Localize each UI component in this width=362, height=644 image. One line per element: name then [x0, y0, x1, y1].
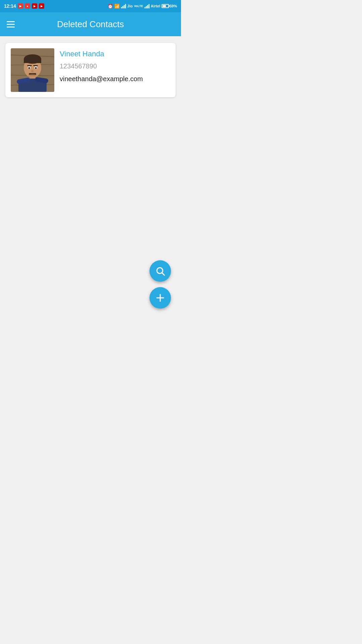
signal-airtel: [144, 4, 149, 8]
app-icon-2: ●: [25, 3, 30, 9]
add-icon: [155, 293, 165, 303]
svg-rect-20: [27, 65, 32, 66]
page-title: Deleted Contacts: [23, 19, 158, 30]
alarm-icon: ⏰: [108, 4, 113, 9]
app-icon-3: ▶: [32, 3, 37, 9]
status-left: 12:14 ▶ ● ▶ ▶: [4, 3, 44, 9]
contact-info: Vineet Handa 1234567890 vineethanda@exam…: [60, 48, 170, 84]
battery-level: 59%: [170, 4, 177, 8]
app-header: Deleted Contacts: [0, 12, 181, 36]
svg-point-17: [31, 70, 34, 72]
svg-line-23: [162, 273, 165, 275]
svg-point-15: [28, 67, 30, 69]
svg-point-16: [35, 67, 37, 69]
carrier1-label: Jio: [127, 4, 133, 8]
svg-point-19: [28, 74, 37, 78]
status-time: 12:14: [4, 3, 16, 9]
contact-name: Vineet Handa: [60, 50, 170, 58]
signal-jio: [121, 4, 126, 8]
status-bar: 12:14 ▶ ● ▶ ▶ ⏰ 📶 Jio VoLTE Airtel: [0, 0, 181, 12]
carrier2-label: Airtel: [151, 4, 160, 8]
svg-rect-21: [33, 65, 38, 66]
menu-button[interactable]: [7, 21, 15, 28]
add-fab-button[interactable]: [149, 287, 171, 309]
volte-icon: VoLTE: [134, 4, 143, 8]
battery-icon: [162, 4, 169, 8]
app-icon-1: ▶: [18, 3, 23, 9]
avatar: [11, 48, 54, 92]
wifi-icon: 📶: [114, 4, 120, 9]
app-icon-4: ▶: [39, 3, 44, 9]
battery-container: 59%: [162, 4, 177, 8]
fab-container: [149, 260, 171, 309]
search-icon: [155, 266, 165, 276]
svg-rect-12: [24, 59, 41, 63]
contact-card[interactable]: Vineet Handa 1234567890 vineethanda@exam…: [5, 43, 176, 97]
search-fab-button[interactable]: [149, 260, 171, 282]
contact-email: vineethanda@example.com: [60, 74, 170, 84]
contact-phone: 1234567890: [60, 62, 170, 70]
status-right: ⏰ 📶 Jio VoLTE Airtel 59%: [108, 4, 177, 9]
